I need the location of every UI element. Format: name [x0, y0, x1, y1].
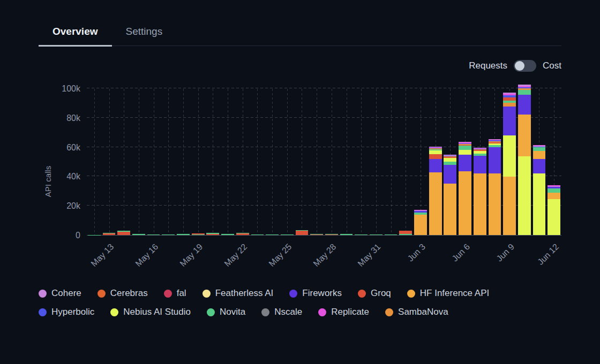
bar-segment-nebius [548, 199, 560, 235]
bar-slot-may-23 [250, 89, 265, 235]
legend-item-fireworks[interactable]: Fireworks [289, 288, 342, 299]
legend-dot-replicate [318, 308, 326, 316]
bar-jun-5[interactable] [444, 155, 456, 235]
x-slot-may-25: May 25 [280, 236, 295, 274]
bar-may-13[interactable] [103, 233, 116, 235]
x-slot-may-26 [295, 236, 310, 274]
v-gridline [376, 89, 377, 235]
bar-slot-may-31 [369, 89, 384, 235]
bar-segment-hf [414, 215, 427, 235]
legend-item-fal[interactable]: fal [164, 288, 186, 299]
bar-jun-11[interactable] [533, 145, 546, 235]
y-tick-label-20k: 20k [66, 201, 80, 211]
legend-dot-cerebras [98, 290, 106, 298]
legend-dot-hf [407, 290, 415, 298]
legend-label-hyperbolic: Hyperbolic [51, 307, 94, 317]
bar-segment-novita [385, 234, 398, 235]
x-slot-may-28: May 28 [324, 236, 339, 274]
legend-label-replicate: Replicate [331, 307, 369, 317]
legend-item-hyperbolic[interactable]: Hyperbolic [39, 307, 94, 317]
tab-settings[interactable]: Settings [112, 21, 177, 47]
requests-cost-toggle[interactable] [514, 60, 536, 72]
plot-area [87, 89, 561, 236]
bar-may-29[interactable] [340, 234, 353, 235]
legend-item-nscale[interactable]: Nscale [261, 307, 302, 317]
bar-may-22[interactable] [236, 233, 249, 235]
tab-overview[interactable]: Overview [39, 21, 112, 47]
x-slot-may-16: May 16 [146, 236, 161, 274]
bar-segment-novita [370, 234, 382, 235]
api-calls-chart: API calls 020k40k60k80k100k May 13May 16… [39, 89, 561, 274]
bar-may-25[interactable] [281, 234, 294, 235]
bar-jun-1[interactable] [385, 234, 398, 235]
bar-segment-hf [518, 115, 531, 156]
bar-segment-novita [177, 234, 190, 235]
legend-item-novita[interactable]: Novita [207, 307, 245, 317]
legend-item-groq[interactable]: Groq [358, 288, 391, 299]
bar-may-28[interactable] [325, 234, 338, 235]
bar-jun-12[interactable] [548, 185, 560, 235]
bar-may-24[interactable] [266, 234, 279, 235]
legend-label-hf: HF Inference API [420, 288, 489, 299]
bar-may-18[interactable] [177, 234, 190, 235]
legend-dot-hyperbolic [39, 308, 47, 316]
bar-may-26[interactable] [296, 230, 309, 235]
legend-item-hf[interactable]: HF Inference API [407, 288, 489, 299]
bar-segment-hf [533, 151, 546, 159]
bar-may-14[interactable] [117, 231, 130, 235]
bar-jun-10[interactable] [518, 85, 531, 235]
bar-segment-hf [429, 172, 442, 235]
legend-item-cohere[interactable]: Cohere [39, 288, 81, 299]
bar-slot-jun-3 [413, 89, 428, 235]
bar-slot-may-26 [295, 89, 310, 235]
bar-jun-6[interactable] [459, 142, 471, 235]
bar-may-30[interactable] [355, 234, 368, 235]
bar-segment-novita [221, 234, 234, 235]
bar-segment-nebius [533, 173, 546, 235]
bar-jun-4[interactable] [429, 147, 442, 235]
bar-may-27[interactable] [310, 234, 323, 235]
legend-item-cerebras[interactable]: Cerebras [98, 288, 148, 299]
toggle-knob [515, 61, 524, 71]
legend-label-cerebras: Cerebras [110, 288, 148, 299]
bar-may-21[interactable] [221, 234, 234, 235]
v-gridline [228, 89, 228, 235]
bar-may-23[interactable] [251, 234, 264, 235]
legend-item-featherless[interactable]: Featherless AI [202, 288, 274, 299]
bar-jun-8[interactable] [489, 139, 501, 235]
bar-may-20[interactable] [206, 233, 219, 235]
bar-may-15[interactable] [132, 234, 145, 235]
bar-segment-groq [236, 233, 249, 235]
bar-segment-fireworks [489, 147, 501, 173]
legend-dot-novita [207, 308, 215, 316]
legend-dot-cohere [39, 290, 47, 298]
bar-slot-jun-7 [472, 89, 488, 235]
x-slot-may-17 [161, 236, 176, 274]
legend-item-nebius[interactable]: Nebius AI Studio [110, 307, 191, 317]
bar-segment-novita [251, 234, 264, 235]
bar-slot-may-30 [354, 89, 369, 235]
bar-segment-hf [459, 171, 471, 235]
bar-segment-nebius [518, 156, 531, 235]
bar-jun-7[interactable] [474, 148, 486, 235]
bar-segment-novita [281, 234, 294, 235]
x-axis-ticks: May 13May 16May 19May 22May 25May 28May … [87, 236, 561, 274]
bar-segment-fireworks [444, 165, 456, 184]
bar-segment-fireworks [533, 159, 546, 173]
bar-jun-3[interactable] [414, 210, 427, 235]
bar-segment-nebius [459, 150, 471, 155]
legend-item-replicate[interactable]: Replicate [318, 307, 369, 317]
bar-may-31[interactable] [370, 234, 382, 235]
bar-segment-fireworks [518, 95, 531, 115]
bar-jun-2[interactable] [399, 231, 412, 235]
legend-row-2: HyperbolicNebius AI StudioNovitaNscaleRe… [39, 307, 561, 317]
bar-jun-9[interactable] [503, 93, 516, 235]
bar-slot-jun-10 [517, 89, 532, 235]
bar-may-17[interactable] [162, 234, 175, 235]
bar-slot-may-19 [191, 89, 206, 235]
bar-may-16[interactable] [147, 234, 160, 235]
bar-may-19[interactable] [192, 233, 205, 235]
bar-segment-novita [266, 234, 279, 235]
legend-item-sambanova[interactable]: SambaNova [385, 307, 448, 317]
x-slot-may-14 [116, 236, 131, 274]
